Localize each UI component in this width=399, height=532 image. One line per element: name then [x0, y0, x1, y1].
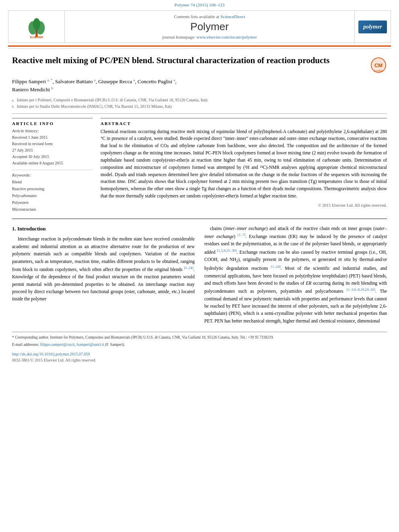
cite-1-24[interactable]: [1–24] [271, 265, 281, 269]
affiliation-b: b Istituto per lo Studio Delle Macromole… [12, 103, 387, 109]
affiliations-section: a Istituto per i Polimeri, Compositi e B… [12, 97, 387, 109]
info-abstract-section: ARTICLE INFO Article history: Received 1… [12, 118, 387, 213]
article-info-box: ARTICLE INFO Article history: Received 1… [12, 118, 93, 213]
elsevier-tree-icon: ELSEVIER [23, 15, 51, 39]
affiliation-a: a Istituto per i Polimeri, Compositi e B… [12, 97, 387, 103]
journal-header: ELSEVIER Contents lists available at Sci… [8, 10, 391, 43]
author-4: Concetto Puglisi a [138, 78, 175, 84]
header-divider-thin [8, 48, 391, 49]
keywords-label: Keywords: [12, 173, 93, 177]
homepage-line: journal homepage: www.elsevier.com/locat… [162, 35, 257, 39]
polymer-logo: polymer [358, 21, 387, 33]
journal-reference: Polymer 74 (2015) 108–123 [0, 0, 399, 9]
authors-section: Filippo Samperi a, *, Salvatore Battiato… [12, 78, 387, 94]
body-divider [12, 218, 387, 219]
keywords-section: Keywords: Blend Reactive processing Poly… [12, 170, 93, 213]
doi-link[interactable]: http://dx.doi.org/10.1016/j.polymer.2015… [12, 352, 90, 356]
intro-para-2: chains (inner–inner exchange) and attack… [204, 225, 387, 325]
svg-text:CM: CM [374, 62, 383, 68]
article-title: Reactive melt mixing of PC/PEN blend. St… [12, 55, 370, 66]
author-5: Raniero Mendichi b [12, 86, 53, 92]
elsevier-logo-area: ELSEVIER [8, 11, 65, 43]
section-divider [12, 113, 387, 114]
svg-text:CrossMark: CrossMark [374, 70, 384, 72]
author-3: Giuseppe Recca a [98, 78, 135, 84]
cite-1-3-6[interactable]: [1–3,6–8,10,24–26] [347, 288, 375, 292]
abstract-column: ABSTRACT Chemical reactions occurring du… [101, 118, 387, 213]
article-history: Article history: Received 1 June 2015 Re… [12, 128, 93, 166]
copyright-line: © 2015 Elsevier Ltd. All rights reserved… [101, 203, 387, 207]
footnotes-area: * Corresponding author. Institute for Po… [12, 332, 387, 347]
abstract-label: ABSTRACT [101, 121, 387, 126]
svg-point-3 [33, 18, 40, 30]
author-2: Salvatore Battiato a [55, 78, 96, 84]
cite-1-7[interactable]: [1–7] [238, 233, 246, 237]
journal-title: Polymer [190, 21, 228, 33]
article-title-section: Reactive melt mixing of PC/PEN blend. St… [12, 55, 387, 74]
received-date: Received 1 June 2015 [12, 134, 93, 141]
footnote-corresponding: * Corresponding author. Institute for Po… [12, 335, 387, 340]
body-left-column: 1. Introduction Interchange reaction in … [12, 225, 195, 328]
polymer-logo-area: polymer [354, 11, 391, 43]
keyword-blend: Blend [12, 179, 93, 185]
cite-1-3-4[interactable]: [1,3,4,25–30] [217, 249, 237, 253]
abstract-text: Chemical reactions occurring during reac… [101, 128, 387, 200]
revised-date: 27 July 2015 [12, 147, 93, 154]
sciencedirect-line: Contents lists available at ScienceDirec… [174, 14, 245, 19]
footnote-email: E-mail addresses: filippo.samperi@cnr.it… [12, 342, 387, 347]
issn-line: 0032-3861/© 2015 Elsevier Ltd. All right… [12, 358, 387, 362]
elsevier-logo: ELSEVIER [23, 15, 51, 39]
accepted-date: Accepted 30 July 2015 [12, 154, 93, 160]
body-section: 1. Introduction Interchange reaction in … [12, 225, 387, 328]
abstract-box: ABSTRACT Chemical reactions occurring du… [101, 118, 387, 207]
keyword-polycarbonates: Polycarbonates [12, 192, 93, 199]
introduction-heading: 1. Introduction [12, 225, 195, 233]
author-1: Filippo Samperi a, * [12, 78, 52, 84]
article-info-column: ARTICLE INFO Article history: Received 1… [12, 118, 93, 213]
article-info-label: ARTICLE INFO [12, 121, 93, 126]
history-label: Article history: [12, 128, 93, 133]
homepage-link[interactable]: www.elsevier.com/locate/polymer [196, 35, 257, 39]
svg-text:ELSEVIER: ELSEVIER [30, 36, 43, 39]
keyword-polyesters: Polyesters [12, 199, 93, 206]
header-divider [8, 45, 391, 47]
email-link-2[interactable]: fsamperi@unict.it [76, 343, 104, 347]
journal-info-center: Contents lists available at ScienceDirec… [65, 11, 354, 43]
svg-rect-4 [36, 29, 37, 34]
revised-label: Received in revised form [12, 141, 93, 147]
keyword-reactive: Reactive processing [12, 185, 93, 192]
crossmark-icon: CM CrossMark [370, 57, 387, 74]
online-date: Available online 8 August 2015 [12, 160, 93, 166]
body-right-column: chains (inner–inner exchange) and attack… [204, 225, 387, 328]
sciencedirect-link[interactable]: ScienceDirect [220, 14, 245, 19]
cite-1-24-left[interactable]: [1–24] [184, 266, 193, 270]
intro-para-1: Interchange reaction in polycondensate b… [12, 235, 195, 302]
keyword-microstructure: Microstructure [12, 206, 93, 213]
bottom-bar: http://dx.doi.org/10.1016/j.polymer.2015… [12, 351, 387, 365]
email-link-1[interactable]: filippo.samperi@cnr.it [40, 343, 75, 347]
